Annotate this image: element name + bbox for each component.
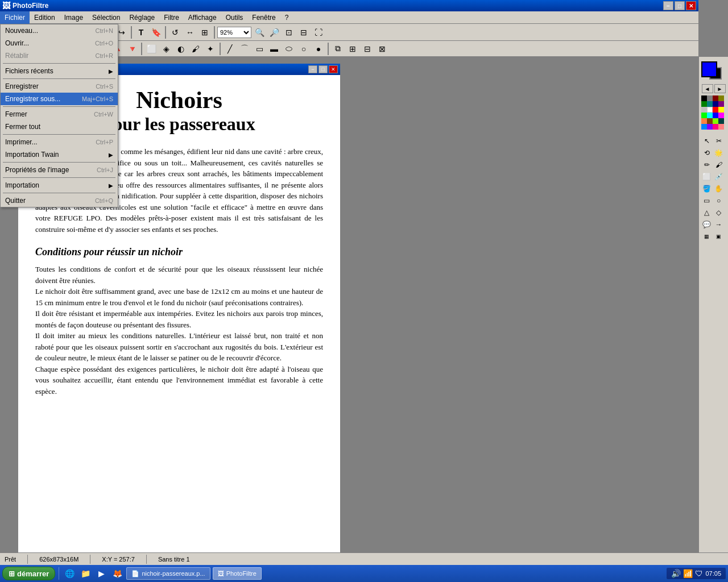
palette-color-16[interactable] — [718, 113, 724, 118]
airbrush-btn[interactable]: ✦ — [204, 42, 217, 56]
menu-fermer[interactable]: Fermer Ctrl+W — [1, 108, 118, 120]
grid2-tool[interactable]: ▣ — [713, 231, 725, 242]
text-btn[interactable]: T — [134, 26, 148, 39]
taskbar-media-icon[interactable]: ▶ — [94, 567, 108, 580]
menu-importation[interactable]: Importation ▶ — [1, 179, 118, 192]
fill-tool[interactable]: 🪣 — [701, 183, 713, 194]
lasso-tool[interactable]: ⟲ — [701, 147, 713, 159]
palette-color-9[interactable] — [701, 107, 707, 113]
menu-enregistrer[interactable]: Enregistrer Ctrl+S — [1, 80, 118, 93]
copy-layer-btn[interactable]: ⧉ — [331, 42, 345, 56]
palette-color-24[interactable] — [718, 124, 724, 130]
hand-tool[interactable]: ✋ — [713, 183, 725, 194]
actual-size-btn[interactable]: ⊟ — [297, 26, 311, 39]
palette-color-20[interactable] — [718, 118, 724, 124]
merge-btn[interactable]: ⊟ — [361, 42, 374, 56]
menu-imprimer[interactable]: Imprimer... Ctrl+P — [1, 136, 118, 148]
brush-tool[interactable]: 🖌 — [713, 159, 725, 171]
palette-color-1[interactable] — [701, 95, 707, 101]
eraser-tool[interactable]: ⬜ — [701, 171, 713, 182]
maximize-button[interactable]: □ — [675, 1, 685, 10]
start-button[interactable]: ⊞ démarrer — [2, 567, 55, 580]
taskbar-ie-icon[interactable]: 🌐 — [63, 567, 76, 580]
import-btn[interactable]: ⊠ — [375, 42, 389, 56]
menu-selection[interactable]: Sélection — [88, 11, 125, 24]
fit-btn[interactable]: ⊡ — [282, 26, 296, 39]
menu-enregistrer-sous[interactable]: Enregistrer sous... Maj+Ctrl+S — [1, 93, 118, 105]
menu-image[interactable]: Image — [60, 11, 88, 24]
menu-nouveau[interactable]: Nouveau... Ctrl+N — [1, 24, 118, 37]
palette-color-19[interactable] — [713, 118, 718, 124]
tray-sound-icon[interactable]: 🔊 — [671, 569, 681, 578]
menu-reglage[interactable]: Réglage — [125, 11, 159, 24]
doc-maximize[interactable]: □ — [318, 65, 328, 73]
menu-fichiers-recents[interactable]: Fichiers récents ▶ — [1, 65, 118, 77]
resize-btn[interactable]: ⊞ — [198, 26, 212, 39]
magic-wand-tool[interactable]: 🌟 — [713, 147, 725, 159]
tray-security-icon[interactable]: 🛡 — [695, 569, 703, 578]
palette-color-17[interactable] — [701, 118, 707, 124]
palette-color-8[interactable] — [718, 101, 724, 107]
rect-tool[interactable]: ▭ — [701, 195, 713, 206]
palette-color-14[interactable] — [707, 113, 713, 118]
dropper-tool[interactable]: 💉 — [713, 171, 725, 182]
menu-fermer-tout[interactable]: Fermer tout — [1, 120, 118, 133]
taskbar-firefox-icon[interactable]: 🦊 — [110, 567, 124, 580]
palette-color-12[interactable] — [718, 107, 724, 113]
grid-tool[interactable]: ▦ — [701, 231, 713, 242]
ellipse-tool[interactable]: ○ — [713, 195, 725, 206]
zoom-in-btn[interactable]: 🔍 — [253, 26, 266, 39]
paste-layer-btn[interactable]: ⊞ — [346, 42, 359, 56]
menu-filtre[interactable]: Filtre — [159, 11, 184, 24]
crop-tool[interactable]: ✂ — [713, 135, 725, 147]
taskbar-item-nichoir[interactable]: 📄 nichoir-passereaux.p... — [126, 567, 210, 580]
color-scroll-right[interactable]: ► — [714, 84, 726, 93]
palette-color-5[interactable] — [701, 101, 707, 107]
line-btn[interactable]: ╱ — [223, 42, 237, 56]
pointer-tool[interactable]: ↖ — [701, 135, 713, 147]
menu-outils[interactable]: Outils — [221, 11, 248, 24]
fill-btn[interactable]: ◈ — [159, 42, 173, 56]
palette-color-7[interactable] — [713, 101, 718, 107]
zoom-out-btn[interactable]: 🔎 — [267, 26, 281, 39]
diamond-tool[interactable]: ◇ — [713, 207, 725, 218]
doc-minimize[interactable]: − — [308, 65, 317, 73]
minimize-button[interactable]: − — [663, 1, 673, 10]
palette-color-13[interactable] — [701, 113, 707, 118]
fullscreen-btn[interactable]: ⛶ — [312, 26, 325, 39]
palette-color-22[interactable] — [707, 124, 713, 130]
rect-btn[interactable]: ▭ — [253, 42, 266, 56]
fillelipse-btn[interactable]: ● — [312, 42, 325, 56]
stamp-btn[interactable]: 🔖 — [149, 26, 163, 39]
palette-color-21[interactable] — [701, 124, 707, 130]
menu-quitter[interactable]: Quitter Ctrl+Q — [1, 194, 118, 207]
palette-color-18[interactable] — [707, 118, 713, 124]
tray-network-icon[interactable]: 📶 — [683, 569, 693, 578]
close-button[interactable]: ✕ — [686, 1, 696, 10]
brush-btn[interactable]: 🖌 — [189, 42, 202, 56]
palette-color-10[interactable] — [707, 107, 713, 113]
menu-fenetre[interactable]: Fenêtre — [247, 11, 280, 24]
palette-color-23[interactable] — [713, 124, 718, 130]
pencil-tool[interactable]: ✏ — [701, 159, 713, 171]
flip-btn[interactable]: ↔ — [183, 26, 197, 39]
ellipse-btn[interactable]: ○ — [297, 42, 311, 56]
roundrect-btn[interactable]: ⬭ — [282, 42, 296, 56]
curve-btn[interactable]: ⌒ — [238, 42, 251, 56]
menu-affichage[interactable]: Affichage — [184, 11, 221, 24]
eraser-btn[interactable]: ⬜ — [144, 42, 158, 56]
color-scroll-left[interactable]: ◄ — [702, 84, 713, 93]
palette-color-3[interactable] — [713, 95, 718, 101]
palette-color-2[interactable] — [707, 95, 713, 101]
fillrect-btn[interactable]: ▬ — [267, 42, 281, 56]
triangle-tool[interactable]: △ — [701, 207, 713, 218]
taskbar-folder-icon[interactable]: 📁 — [78, 567, 92, 580]
foreground-color[interactable] — [701, 61, 717, 77]
taskbar-item-photofiltre[interactable]: 🖼 PhotoFiltre — [213, 567, 262, 580]
palette-color-15[interactable] — [713, 113, 718, 118]
palette-color-6[interactable] — [707, 101, 713, 107]
menu-ouvrir[interactable]: Ouvrir... Ctrl+O — [1, 37, 118, 49]
zoom-select[interactable]: 50% 75% 92% 100% 150% 200% — [217, 27, 251, 38]
speak-tool[interactable]: 💬 — [701, 219, 713, 230]
menu-importation-twain[interactable]: Importation Twain ▶ — [1, 148, 118, 161]
